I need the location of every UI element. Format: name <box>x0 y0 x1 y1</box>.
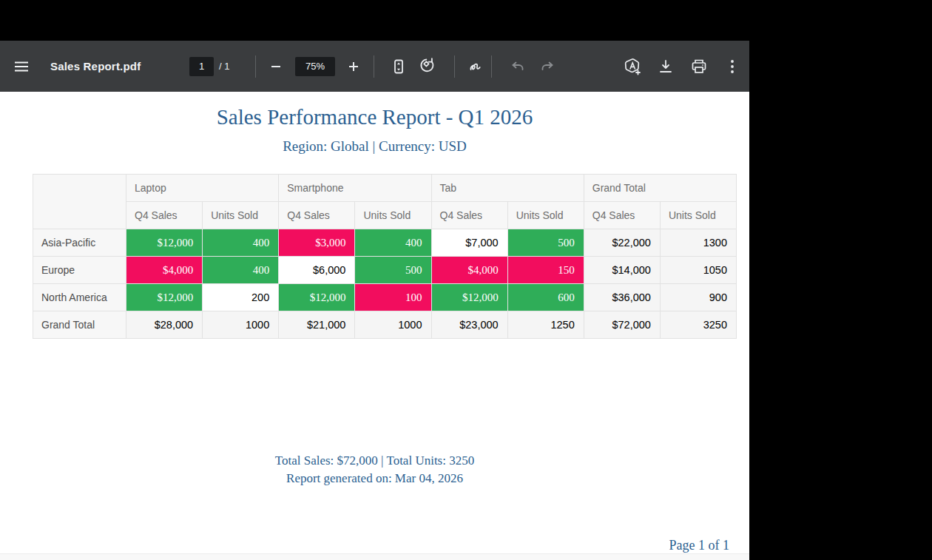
data-cell: 1250 <box>507 311 584 339</box>
horizontal-scrollbar[interactable] <box>0 553 749 560</box>
data-cell: 200 <box>203 284 279 311</box>
more-options-icon <box>727 58 737 75</box>
toolbar-divider <box>491 55 492 78</box>
data-cell: $14,000 <box>584 257 660 284</box>
more-options-button[interactable] <box>727 58 737 75</box>
zoom-in-icon <box>345 58 362 75</box>
data-cell: 1000 <box>355 311 431 339</box>
fit-to-page-button[interactable] <box>391 58 407 75</box>
data-cell: $12,000 <box>126 229 203 257</box>
column-sub-header: Units Sold <box>203 202 279 229</box>
text-annotation-icon <box>623 57 642 76</box>
data-cell: $4,000 <box>431 257 507 284</box>
data-cell: 900 <box>660 284 736 311</box>
page-number-input[interactable]: 1 <box>189 57 214 76</box>
zoom-out-icon <box>268 58 284 75</box>
print-icon <box>689 57 709 76</box>
data-cell: $23,000 <box>431 311 507 339</box>
data-cell: 150 <box>507 257 584 284</box>
column-sub-header: Q4 Sales <box>126 202 203 229</box>
sales-table-header: LaptopSmartphoneTabGrand TotalQ4 SalesUn… <box>33 175 737 229</box>
pdf-page: Sales Performance Report - Q1 2026 Regio… <box>0 92 749 560</box>
report-title: Sales Performance Report - Q1 2026 <box>0 105 749 129</box>
data-cell: 600 <box>507 284 584 311</box>
row-label: North America <box>33 284 126 311</box>
column-sub-header: Q4 Sales <box>279 202 355 229</box>
table-row: Europe$4,000400$6,000500$4,000150$14,000… <box>33 257 737 284</box>
zoom-in-button[interactable] <box>345 58 362 75</box>
data-cell: $72,000 <box>584 311 660 339</box>
totals-summary: Total Sales: $72,000 | Total Units: 3250 <box>0 453 749 468</box>
data-cell: $12,000 <box>431 284 507 311</box>
data-cell: $22,000 <box>584 229 660 257</box>
sales-table-body: Asia-Pacific$12,000400$3,000400$7,000500… <box>33 229 737 339</box>
data-cell: 100 <box>355 284 431 311</box>
page-fit-icon <box>391 58 407 75</box>
column-sub-header: Units Sold <box>507 202 584 229</box>
table-row: Grand Total$28,0001000$21,0001000$23,000… <box>33 311 737 339</box>
redo-button[interactable] <box>538 58 556 75</box>
draw-annotation-icon <box>467 58 484 75</box>
data-cell: $36,000 <box>584 284 660 311</box>
column-sub-header: Q4 Sales <box>431 202 507 229</box>
row-label: Asia-Pacific <box>33 229 126 257</box>
column-group-header: Tab <box>431 175 584 202</box>
undo-icon <box>509 58 527 75</box>
text-annotation-button[interactable] <box>623 57 642 76</box>
column-sub-header: Units Sold <box>660 202 736 229</box>
toolbar-document-title: Sales Report.pdf <box>50 41 141 92</box>
page-number-note: Page 1 of 1 <box>669 538 729 553</box>
rotate-counterclockwise-icon <box>418 57 437 76</box>
print-button[interactable] <box>689 57 709 76</box>
table-row: Asia-Pacific$12,000400$3,000400$7,000500… <box>33 229 737 257</box>
data-cell: 1050 <box>660 257 736 284</box>
data-cell: 500 <box>355 257 431 284</box>
column-sub-header: Units Sold <box>355 202 431 229</box>
data-cell: 1300 <box>660 229 736 257</box>
data-cell: 400 <box>355 229 431 257</box>
download-button[interactable] <box>657 58 675 75</box>
row-label: Grand Total <box>33 311 126 339</box>
data-cell: 3250 <box>660 311 736 339</box>
sales-table: LaptopSmartphoneTabGrand TotalQ4 SalesUn… <box>33 174 737 339</box>
download-icon <box>657 58 675 75</box>
report-subtitle: Region: Global | Currency: USD <box>0 138 749 155</box>
table-corner-cell <box>33 175 126 229</box>
data-cell: 500 <box>507 229 584 257</box>
pdf-viewer-window: Sales Report.pdf 1 / 1 75% <box>0 41 749 560</box>
data-cell: $4,000 <box>126 257 203 284</box>
pdf-toolbar: Sales Report.pdf 1 / 1 75% <box>0 41 749 92</box>
data-cell: $28,000 <box>126 311 203 339</box>
data-cell: $21,000 <box>279 311 355 339</box>
data-cell: $3,000 <box>279 229 355 257</box>
column-sub-header: Q4 Sales <box>584 202 660 229</box>
generated-date: Report generated on: Mar 04, 2026 <box>0 471 749 486</box>
table-row: North America$12,000200$12,000100$12,000… <box>33 284 737 311</box>
zoom-level-input[interactable]: 75% <box>295 57 335 76</box>
toolbar-divider <box>374 55 374 78</box>
undo-button[interactable] <box>509 58 527 75</box>
row-label: Europe <box>33 257 126 284</box>
data-cell: $6,000 <box>279 257 355 284</box>
data-cell: $7,000 <box>431 229 507 257</box>
data-cell: 400 <box>203 257 279 284</box>
column-group-header: Smartphone <box>279 175 431 202</box>
menu-icon <box>13 58 30 75</box>
data-cell: 1000 <box>203 311 279 339</box>
toolbar-divider <box>454 55 455 78</box>
data-cell: $12,000 <box>126 284 203 311</box>
zoom-out-button[interactable] <box>268 58 284 75</box>
column-group-header: Grand Total <box>584 175 736 202</box>
data-cell: $12,000 <box>279 284 355 311</box>
column-group-header: Laptop <box>126 175 279 202</box>
menu-button[interactable] <box>13 58 30 75</box>
redo-icon <box>538 58 556 75</box>
page-count-label: / 1 <box>219 41 229 92</box>
rotate-button[interactable] <box>418 57 437 76</box>
toolbar-divider <box>255 55 256 78</box>
draw-annotation-button[interactable] <box>467 58 484 75</box>
data-cell: 400 <box>203 229 279 257</box>
